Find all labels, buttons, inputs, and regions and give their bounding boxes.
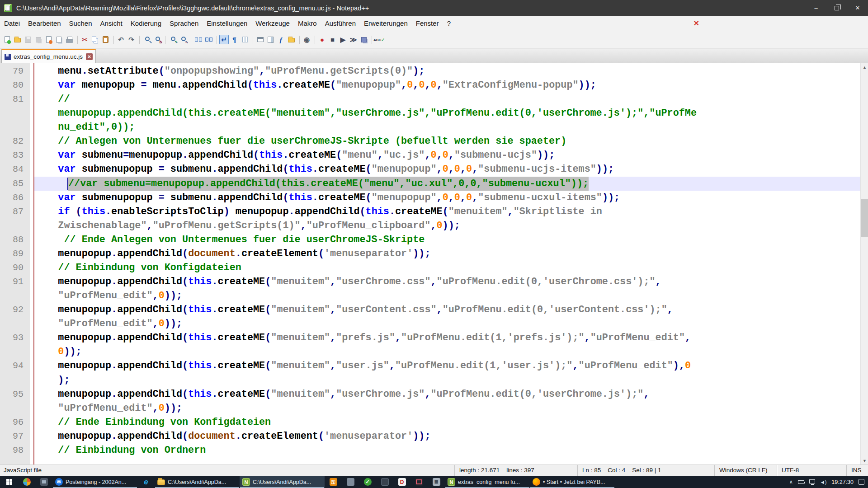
taskbar-notepadpp-button[interactable]: NC:\Users\Andi\AppDa... — [240, 476, 325, 488]
code-row[interactable]: menupopup.appendChild(document.createEle… — [34, 247, 860, 261]
menu-item-kodierung[interactable]: Kodierung — [127, 16, 165, 31]
status-insert-mode[interactable]: INS — [846, 465, 868, 476]
print-icon[interactable] — [65, 35, 74, 44]
taskbar-explorer-button[interactable]: C:\Users\Andi\AppDa... — [155, 476, 240, 488]
photos-app-icon[interactable] — [35, 476, 52, 488]
menu-item-werkzeuge[interactable]: Werkzeuge — [251, 16, 294, 31]
menu-item-fenster[interactable]: Fenster — [412, 16, 443, 31]
code-row[interactable]: nu_edit",0)); — [34, 120, 860, 134]
code-row[interactable]: var submenupopup = submenu.appendChild(t… — [34, 191, 860, 205]
code-row[interactable]: menupopup.appendChild(this.createME("men… — [34, 275, 860, 289]
dictionary-app-icon[interactable]: D — [393, 476, 410, 488]
menu-item-?[interactable]: ? — [443, 16, 455, 31]
code-row[interactable]: menupopup.appendChild(this.createME("men… — [34, 331, 860, 345]
close-all-icon[interactable] — [54, 35, 64, 44]
code-row[interactable]: "uProfMenu_edit",0)); — [34, 289, 860, 303]
status-eol-format[interactable]: Windows (CR LF) — [714, 465, 777, 476]
menu-item-ansicht[interactable]: Ansicht — [96, 16, 126, 31]
code-area[interactable]: menu.setAttribute("onpopupshowing","uPro… — [34, 63, 860, 465]
editor[interactable]: 7980818283848586878889909192939495969798… — [0, 63, 868, 465]
code-row[interactable]: menupopup.appendChild(this.createME("men… — [34, 106, 860, 120]
save-file-icon[interactable] — [23, 35, 33, 44]
zoom-in-icon[interactable]: + — [168, 35, 177, 44]
code-row[interactable]: // Ende Anlegen von Untermenues fuer die… — [34, 233, 860, 247]
folder-as-workspace-icon[interactable] — [287, 35, 296, 44]
sync-horizontal-icon[interactable] — [204, 35, 213, 44]
redo-icon[interactable]: ↷ — [127, 35, 136, 44]
save-all-icon[interactable] — [33, 35, 43, 44]
macro-play-icon[interactable]: ▶ — [338, 35, 348, 44]
code-row[interactable]: menupopup.appendChild(this.createME("men… — [34, 387, 860, 401]
speaker-icon[interactable]: ◄) — [820, 479, 827, 485]
code-row[interactable]: var submenupopup = submenu.appendChild(t… — [34, 162, 860, 176]
code-row[interactable]: //var submenu=menupopup.appendChild(this… — [34, 177, 860, 191]
code-row[interactable]: ); — [34, 373, 860, 387]
menu-item-bearbeiten[interactable]: Bearbeiten — [24, 16, 65, 31]
indent-guide-icon[interactable] — [240, 35, 250, 44]
orange-app-icon[interactable]: ⚿ — [325, 476, 342, 488]
menu-item-suchen[interactable]: Suchen — [65, 16, 96, 31]
menu-item-datei[interactable]: Datei — [0, 16, 24, 31]
code-row[interactable]: // Ende Einbindung von Konfigdateien — [34, 415, 860, 429]
open-file-icon[interactable] — [13, 35, 22, 44]
code-row[interactable]: // Einbindung von Konfigdateien — [34, 261, 860, 275]
code-row[interactable]: if (this.enableScriptsToClip) menupopup.… — [34, 205, 860, 219]
close-file-icon[interactable] — [44, 35, 53, 44]
edge-icon[interactable]: e — [137, 476, 155, 488]
macro-record-icon[interactable]: ● — [317, 35, 327, 44]
notification-center-icon[interactable] — [859, 479, 864, 485]
macro-stop-icon[interactable]: ■ — [328, 35, 337, 44]
code-row[interactable]: var submenu=menupopup.appendChild(this.c… — [34, 148, 860, 162]
taskbar-notepadpp2-button[interactable]: Nextras_config_menu fu... — [445, 476, 530, 488]
zoom-out-icon[interactable]: − — [178, 35, 188, 44]
scroll-down-icon[interactable]: ▼ — [861, 457, 868, 465]
scroll-up-icon[interactable]: ▲ — [861, 63, 868, 71]
battery-icon[interactable] — [798, 480, 804, 484]
code-row[interactable]: // — [34, 92, 860, 106]
code-row[interactable]: Zwischenablage","uProfMenu.getScripts(1)… — [34, 219, 860, 233]
code-row[interactable]: // Anlegen von Untermenues fuer die user… — [34, 134, 860, 148]
network-icon[interactable] — [809, 479, 815, 483]
document-close-x-icon[interactable]: ✕ — [690, 16, 703, 31]
taskbar-clock[interactable]: 19:27:30 — [831, 479, 854, 485]
replace-icon[interactable]: b — [152, 35, 162, 44]
code-row[interactable]: 0)); — [34, 345, 860, 359]
antivirus-icon[interactable]: ✓ — [359, 476, 376, 488]
user-defined-dialog-icon[interactable] — [255, 35, 265, 44]
taskbar-mail-button[interactable]: ✉Posteingang - 2002An... — [52, 476, 137, 488]
taskbar-firefox-button[interactable]: • Start • Jetzt bei PAYB... — [530, 476, 615, 488]
code-row[interactable]: menupopup.appendChild(document.createEle… — [34, 429, 860, 443]
code-row[interactable]: menu.setAttribute("onpopupshowing","uPro… — [34, 64, 860, 78]
code-row[interactable]: menupopup.appendChild(this.createME("men… — [34, 359, 860, 373]
book-app-icon[interactable] — [428, 476, 445, 488]
vertical-scrollbar[interactable]: ▲ ▼ — [860, 63, 868, 465]
tab-extras-config-menu[interactable]: extras_config_menu.uc.js ✕ — [1, 49, 96, 63]
cut-icon[interactable]: ✂ — [80, 35, 90, 44]
menu-item-sprachen[interactable]: Sprachen — [165, 16, 203, 31]
tray-chevron-icon[interactable]: ∧ — [789, 479, 793, 485]
menu-item-makro[interactable]: Makro — [294, 16, 321, 31]
menu-item-einstellungen[interactable]: Einstellungen — [203, 16, 251, 31]
code-row[interactable]: "uProfMenu_edit",0)); — [34, 317, 860, 331]
restore-icon[interactable] — [826, 0, 847, 16]
close-icon[interactable]: ✕ — [847, 0, 868, 16]
minimize-icon[interactable]: – — [806, 0, 826, 16]
function-list-icon[interactable]: ƒ — [276, 35, 286, 44]
find-icon[interactable] — [142, 35, 151, 44]
copy-icon[interactable] — [90, 35, 100, 44]
paint-app-icon[interactable] — [18, 476, 35, 488]
new-file-icon[interactable] — [2, 35, 12, 44]
start-button-icon[interactable] — [0, 476, 18, 488]
sync-vertical-icon[interactable] — [193, 35, 203, 44]
spell-check-icon[interactable]: ABC — [374, 35, 384, 44]
macro-run-multiple-icon[interactable]: ≫ — [349, 35, 358, 44]
word-wrap-icon[interactable]: ↵ — [219, 35, 229, 44]
code-row[interactable]: var menupopup = menu.appendChild(this.cr… — [34, 78, 860, 92]
undo-icon[interactable]: ↶ — [116, 35, 126, 44]
dark-app-icon[interactable] — [376, 476, 393, 488]
code-row[interactable]: menupopup.appendChild(this.createME("men… — [34, 303, 860, 317]
status-encoding[interactable]: UTF-8 — [777, 465, 846, 476]
menu-item-erweiterungen[interactable]: Erweiterungen — [360, 16, 412, 31]
monitoring-eye-icon[interactable]: ◉ — [302, 35, 311, 44]
scrollbar-thumb[interactable] — [861, 199, 868, 237]
